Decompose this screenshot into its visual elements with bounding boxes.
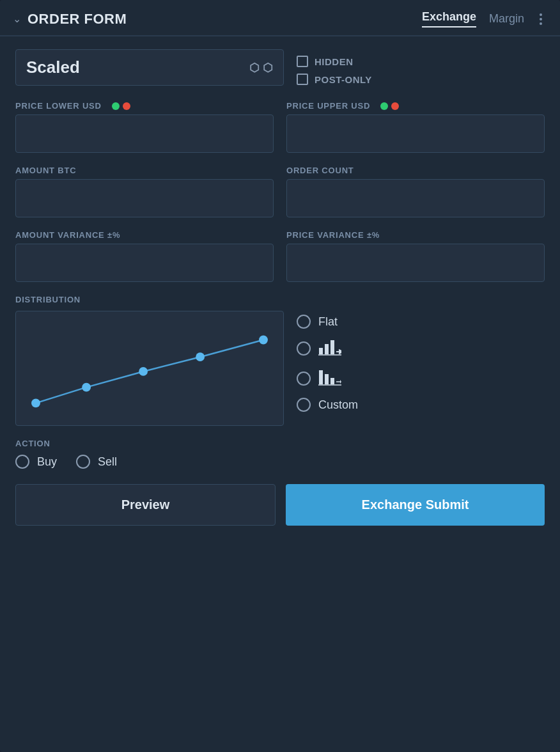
price-variance-label: PRICE VARIANCE ±% <box>286 230 545 240</box>
order-type-value: Scaled <box>26 58 80 77</box>
distribution-content: Flat <box>15 311 545 426</box>
descending-bars-icon <box>318 368 341 389</box>
buy-radio[interactable] <box>15 455 29 469</box>
variance-row: AMOUNT VARIANCE ±% PRICE VARIANCE ±% <box>15 230 545 282</box>
asc-radio[interactable] <box>297 341 311 356</box>
buttons-row: Preview Exchange Submit <box>15 484 545 526</box>
price-upper-label: PRICE UPPER USD <box>286 101 545 111</box>
amount-count-row: AMOUNT BTC ORDER COUNT <box>15 166 545 217</box>
price-upper-indicators <box>380 102 399 110</box>
distribution-section: DISTRIBUTION <box>15 295 545 426</box>
custom-label: Custom <box>318 398 358 412</box>
amount-variance-label: AMOUNT VARIANCE ±% <box>15 230 274 240</box>
action-label: ACTION <box>15 439 545 448</box>
distribution-flat-option[interactable]: Flat <box>297 315 358 329</box>
price-lower-indicators <box>112 102 130 110</box>
header: ⌄ ORDER FORM Exchange Margin <box>0 0 560 36</box>
red-indicator <box>123 102 130 110</box>
price-variance-input[interactable] <box>286 244 545 282</box>
distribution-label: DISTRIBUTION <box>15 295 545 304</box>
svg-marker-10 <box>340 350 341 354</box>
ascending-bars-icon <box>318 338 341 359</box>
select-arrows-icon: ⬡ ⬡ <box>249 61 273 75</box>
action-options: Buy Sell <box>15 455 545 469</box>
distribution-chart <box>15 311 284 426</box>
price-fields-row: PRICE LOWER USD PRICE UPPER USD <box>15 101 545 153</box>
desc-radio[interactable] <box>297 372 311 386</box>
order-type-row: Scaled ⬡ ⬡ HIDDEN POST-ONLY <box>15 49 545 86</box>
svg-rect-5 <box>319 348 323 354</box>
green-indicator <box>380 102 388 110</box>
price-lower-group: PRICE LOWER USD <box>15 101 274 153</box>
sell-radio[interactable] <box>76 455 90 469</box>
order-count-input[interactable] <box>286 179 545 217</box>
svg-point-1 <box>82 383 91 392</box>
svg-rect-13 <box>331 378 334 384</box>
red-indicator <box>391 102 399 110</box>
price-upper-group: PRICE UPPER USD <box>286 101 545 153</box>
action-section: ACTION Buy Sell <box>15 439 545 469</box>
page-title: ORDER FORM <box>27 11 127 27</box>
price-lower-input[interactable] <box>15 114 274 153</box>
tab-exchange[interactable]: Exchange <box>422 10 476 27</box>
sell-label: Sell <box>98 455 117 469</box>
order-form-panel: ⌄ ORDER FORM Exchange Margin Scaled ⬡ ⬡ <box>0 0 560 752</box>
header-left: ⌄ ORDER FORM <box>13 11 127 27</box>
buy-option[interactable]: Buy <box>15 455 57 469</box>
green-indicator <box>112 102 120 110</box>
buy-label: Buy <box>37 455 57 469</box>
preview-button[interactable]: Preview <box>15 484 276 526</box>
dot-icon <box>540 18 542 20</box>
price-variance-group: PRICE VARIANCE ±% <box>286 230 545 282</box>
order-count-group: ORDER COUNT <box>286 166 545 217</box>
svg-rect-11 <box>319 370 323 384</box>
more-options-button[interactable] <box>537 11 545 27</box>
distribution-asc-option[interactable] <box>297 338 358 359</box>
exchange-submit-button[interactable]: Exchange Submit <box>286 484 545 526</box>
dot-icon <box>540 22 542 25</box>
hidden-label: HIDDEN <box>315 56 354 67</box>
amount-btc-input[interactable] <box>15 179 274 217</box>
svg-rect-12 <box>325 374 329 384</box>
price-upper-input[interactable] <box>286 114 545 153</box>
sell-option[interactable]: Sell <box>76 455 117 469</box>
order-count-label: ORDER COUNT <box>286 166 545 175</box>
flat-radio[interactable] <box>297 315 311 329</box>
distribution-options: Flat <box>297 311 358 412</box>
amount-variance-input[interactable] <box>15 244 274 282</box>
amount-btc-label: AMOUNT BTC <box>15 166 274 175</box>
price-lower-label: PRICE LOWER USD <box>15 101 274 111</box>
post-only-checkbox-row[interactable]: POST-ONLY <box>297 74 372 85</box>
svg-point-2 <box>139 367 148 376</box>
form-body: Scaled ⬡ ⬡ HIDDEN POST-ONLY PRICE LOWER … <box>0 36 560 538</box>
custom-radio[interactable] <box>297 398 311 412</box>
chevron-down-icon[interactable]: ⌄ <box>13 13 21 25</box>
distribution-desc-option[interactable] <box>297 368 358 389</box>
post-only-label: POST-ONLY <box>315 74 372 85</box>
svg-marker-16 <box>340 380 341 384</box>
hidden-checkbox[interactable] <box>297 56 308 67</box>
hidden-checkbox-row[interactable]: HIDDEN <box>297 56 372 67</box>
header-right: Exchange Margin <box>422 10 545 27</box>
svg-rect-6 <box>325 344 329 354</box>
order-type-select[interactable]: Scaled ⬡ ⬡ <box>15 49 284 86</box>
svg-point-4 <box>259 336 268 345</box>
amount-variance-group: AMOUNT VARIANCE ±% <box>15 230 274 282</box>
flat-label: Flat <box>318 315 338 329</box>
amount-btc-group: AMOUNT BTC <box>15 166 274 217</box>
distribution-custom-option[interactable]: Custom <box>297 398 358 412</box>
svg-point-3 <box>196 352 205 361</box>
dot-icon <box>540 13 542 16</box>
svg-point-0 <box>31 398 40 407</box>
post-only-checkbox[interactable] <box>297 74 308 85</box>
tab-margin[interactable]: Margin <box>489 12 524 26</box>
checkboxes-col: HIDDEN POST-ONLY <box>297 49 372 85</box>
svg-rect-7 <box>331 340 334 354</box>
